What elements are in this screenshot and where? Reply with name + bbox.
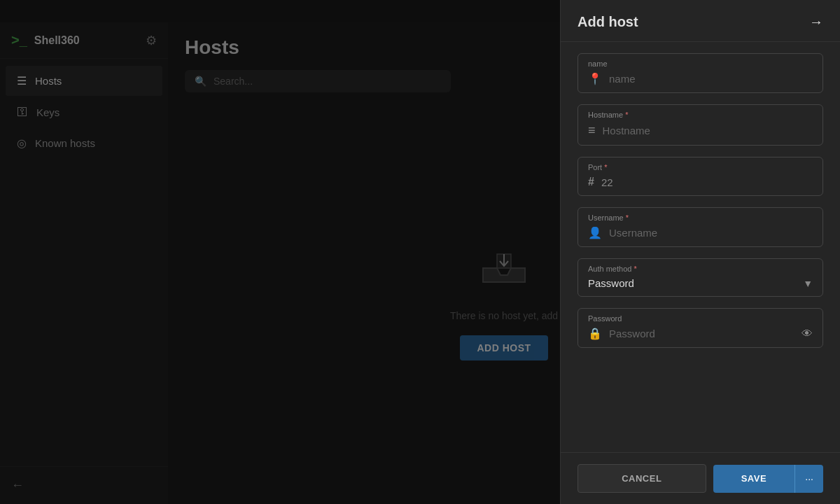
app-name: Shell360 [34,34,80,47]
auth-method-select-row: Password ▼ [588,277,813,289]
auth-method-value: Password [588,277,634,289]
search-input[interactable] [214,76,441,87]
username-input-row: 👤 [588,226,813,239]
sidebar-item-label: Known hosts [35,137,95,149]
panel-body: name 📍 Hostname * ≡ Port * # [561,42,840,452]
username-field: Username * 👤 [578,207,823,247]
search-bar: 🔍 [185,70,451,92]
add-host-button[interactable]: ADD HOST [460,335,547,360]
port-icon: # [588,176,594,188]
chevron-down-icon: ▼ [803,278,813,289]
panel-footer: CANCEL SAVE ··· [561,452,840,504]
hostname-input[interactable] [603,125,813,136]
save-group: SAVE ··· [713,465,824,493]
name-input-row: 📍 [588,72,813,85]
auth-method-field[interactable]: Auth method * Password ▼ [578,258,823,297]
name-input[interactable] [609,73,813,85]
sidebar-footer: ← [0,466,168,504]
sidebar-item-label: Keys [36,106,59,118]
cancel-button[interactable]: CANCEL [578,464,706,493]
password-label: Password [588,314,813,323]
port-input[interactable] [601,176,813,188]
known-hosts-icon: ◎ [17,136,27,150]
sidebar-logo: >_ Shell360 [11,32,80,48]
panel-title: Add host [578,14,638,30]
auth-method-label: Auth method * [588,265,813,273]
sidebar-item-known-hosts[interactable]: ◎ Known hosts [6,128,162,158]
sidebar-header: >_ Shell360 ⚙ [0,22,168,59]
show-password-icon[interactable]: 👁 [802,328,813,340]
username-label: Username * [588,214,813,222]
hostname-icon: ≡ [588,123,596,138]
sidebar-nav: ☰ Hosts ⚿ Keys ◎ Known hosts [0,59,168,466]
empty-icon [476,247,532,296]
password-field: Password 🔒 👁 [578,308,823,348]
port-input-row: # [588,176,813,188]
save-button[interactable]: SAVE [713,465,795,493]
hostname-label: Hostname * [588,111,813,119]
username-input[interactable] [609,227,813,239]
hostname-field: Hostname * ≡ [578,104,823,146]
lock-icon: 🔒 [588,327,602,340]
password-input-row: 🔒 👁 [588,327,813,340]
empty-text: There is no host yet, add [450,310,558,321]
hosts-icon: ☰ [17,74,27,88]
name-label: name [588,59,813,68]
port-label: Port * [588,163,813,172]
keys-icon: ⚿ [17,106,28,118]
name-icon: 📍 [588,72,602,85]
hostname-input-row: ≡ [588,123,813,138]
search-icon: 🔍 [195,76,206,87]
sidebar-item-hosts[interactable]: ☰ Hosts [6,66,162,96]
panel-header: Add host → [561,0,840,42]
name-field: name 📍 [578,53,823,93]
password-input[interactable] [609,328,794,340]
settings-icon[interactable]: ⚙ [146,33,157,48]
panel-arrow-icon[interactable]: → [809,14,823,30]
add-host-panel: Add host → name 📍 Hostname * ≡ Port * [560,0,840,504]
more-options-button[interactable]: ··· [794,465,823,493]
logo-icon: >_ [11,32,27,48]
back-button[interactable]: ← [11,478,157,493]
sidebar-item-label: Hosts [35,75,62,87]
back-icon: ← [11,478,24,493]
port-field: Port * # [578,157,823,196]
sidebar-item-keys[interactable]: ⚿ Keys [6,97,162,127]
username-icon: 👤 [588,226,602,239]
sidebar: >_ Shell360 ⚙ ☰ Hosts ⚿ Keys ◎ Known hos… [0,22,168,504]
